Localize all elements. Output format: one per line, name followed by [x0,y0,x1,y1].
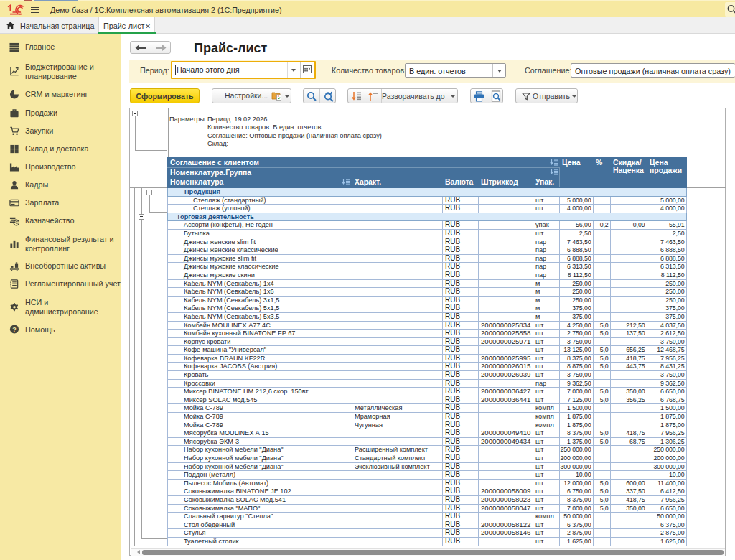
svg-text:?: ? [12,326,16,333]
